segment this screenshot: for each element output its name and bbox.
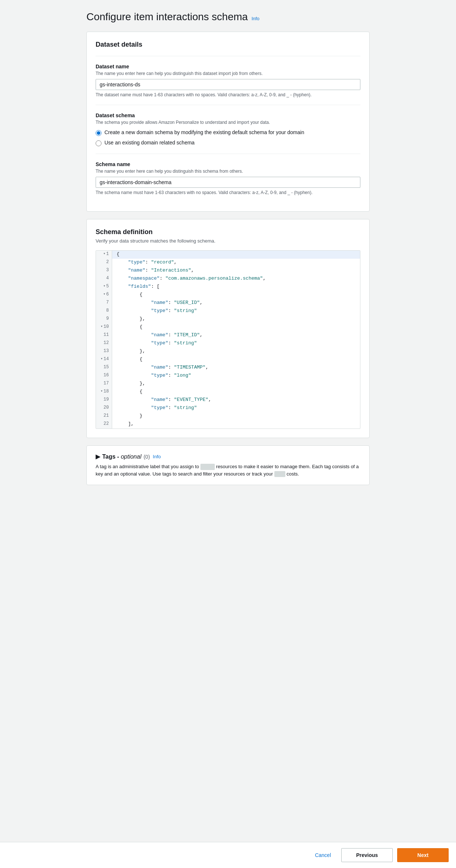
code-line: ▾1{ — [96, 251, 360, 259]
tags-toggle-button[interactable]: ▶ Tags - optional (0) — [96, 453, 150, 460]
dataset-name-label: Dataset name — [96, 64, 360, 69]
page-info-link[interactable]: Info — [252, 16, 260, 21]
tags-header: ▶ Tags - optional (0) Info — [96, 453, 360, 460]
line-number: ▾18 — [96, 388, 112, 396]
line-content: { — [112, 356, 360, 364]
code-line: 19 "name": "EVENT_TYPE", — [96, 396, 360, 404]
line-content: "type": "string" — [112, 340, 360, 348]
line-number: 3 — [96, 267, 112, 275]
line-content: }, — [112, 315, 360, 323]
line-number: 12 — [96, 340, 112, 348]
schema-name-input[interactable] — [96, 177, 360, 188]
code-line: 21 } — [96, 412, 360, 420]
line-content: { — [112, 388, 360, 396]
tags-count: (0) — [143, 454, 150, 460]
tags-toggle-arrow: ▶ — [96, 453, 100, 460]
line-number: 15 — [96, 364, 112, 372]
line-content: { — [112, 251, 360, 259]
code-line: 20 "type": "string" — [96, 404, 360, 412]
line-number: 4 — [96, 275, 112, 283]
page-title: Configure item interactions schema Info — [86, 11, 370, 23]
line-number: 17 — [96, 380, 112, 388]
tags-info-link[interactable]: Info — [153, 454, 161, 459]
line-number: 20 — [96, 404, 112, 412]
radio-create-new[interactable]: Create a new domain schema by modifying … — [96, 129, 360, 136]
code-line: 15 "name": "TIMESTAMP", — [96, 364, 360, 372]
line-number: 11 — [96, 331, 112, 340]
schema-name-hint: The schema name must have 1-63 character… — [96, 190, 360, 195]
tags-redacted-1: ████ — [200, 464, 215, 470]
code-line: 17 }, — [96, 380, 360, 388]
tags-title: Tags - optional — [102, 453, 141, 460]
tags-description: A tag is an administrative label that yo… — [96, 463, 360, 477]
code-line: ▾18 { — [96, 388, 360, 396]
code-line: 12 "type": "string" — [96, 340, 360, 348]
line-number: ▾14 — [96, 356, 112, 364]
line-number: 8 — [96, 307, 112, 315]
footer: Cancel Previous Next — [0, 842, 456, 868]
radio-use-existing-input[interactable] — [96, 140, 101, 146]
dataset-name-hint: The dataset name must have 1-63 characte… — [96, 92, 360, 97]
schema-definition-title: Schema definition — [96, 228, 360, 236]
code-line: 13 }, — [96, 348, 360, 356]
dataset-name-input[interactable] — [96, 79, 360, 90]
radio-create-new-label: Create a new domain schema by modifying … — [104, 129, 304, 135]
code-line: 22 ], — [96, 420, 360, 428]
line-number: 9 — [96, 315, 112, 323]
line-content: "name": "TIMESTAMP", — [112, 364, 360, 372]
code-line: 8 "type": "string" — [96, 307, 360, 315]
dataset-details-card: Dataset details Dataset name The name yo… — [86, 32, 370, 212]
line-number: 22 — [96, 420, 112, 428]
schema-code-editor[interactable]: ▾1{2 "type": "record",3 "name": "Interac… — [96, 250, 360, 429]
line-number: ▾5 — [96, 283, 112, 291]
code-line: ▾5 "fields": [ — [96, 283, 360, 291]
line-content: }, — [112, 380, 360, 388]
line-number: 16 — [96, 372, 112, 380]
code-line: 7 "name": "USER_ID", — [96, 299, 360, 307]
line-content: "name": "ITEM_ID", — [112, 331, 360, 340]
tags-redacted-2: ██ — [274, 471, 285, 477]
schema-definition-description: Verify your data structure matches the f… — [96, 238, 360, 244]
line-content: "type": "long" — [112, 372, 360, 380]
dataset-details-title: Dataset details — [96, 41, 360, 49]
code-line: ▾14 { — [96, 356, 360, 364]
line-number: ▾10 — [96, 323, 112, 331]
dataset-name-group: Dataset name The name you enter here can… — [96, 64, 360, 97]
code-scroll-area[interactable]: ▾1{2 "type": "record",3 "name": "Interac… — [96, 251, 360, 428]
dataset-schema-group: Dataset schema The schema you provide al… — [96, 112, 360, 146]
schema-definition-card: Schema definition Verify your data struc… — [86, 219, 370, 438]
line-content: ], — [112, 420, 360, 428]
code-line: 4 "namespace": "com.amazonaws.personaliz… — [96, 275, 360, 283]
schema-radio-group: Create a new domain schema by modifying … — [96, 129, 360, 146]
dataset-schema-label: Dataset schema — [96, 112, 360, 118]
radio-use-existing[interactable]: Use an existing domain related schema — [96, 140, 360, 146]
cancel-button[interactable]: Cancel — [309, 848, 337, 862]
code-line: 9 }, — [96, 315, 360, 323]
line-content: "type": "record", — [112, 259, 360, 267]
line-number: ▾1 — [96, 251, 112, 259]
line-content: { — [112, 291, 360, 299]
line-content: { — [112, 323, 360, 331]
dataset-schema-description: The schema you provide allows Amazon Per… — [96, 120, 360, 125]
radio-create-new-input[interactable] — [96, 130, 101, 136]
line-content: "namespace": "com.amazonaws.personalize.… — [112, 275, 360, 283]
line-number: 21 — [96, 412, 112, 420]
code-line: ▾6 { — [96, 291, 360, 299]
tags-card: ▶ Tags - optional (0) Info A tag is an a… — [86, 445, 370, 485]
schema-name-group: Schema name The name you enter here can … — [96, 161, 360, 195]
line-content: "name": "EVENT_TYPE", — [112, 396, 360, 404]
line-number: 2 — [96, 259, 112, 267]
line-content: "name": "Interactions", — [112, 267, 360, 275]
line-content: "type": "string" — [112, 307, 360, 315]
line-content: "fields": [ — [112, 283, 360, 291]
line-number: 7 — [96, 299, 112, 307]
previous-button[interactable]: Previous — [341, 848, 393, 862]
line-number: 19 — [96, 396, 112, 404]
code-line: 3 "name": "Interactions", — [96, 267, 360, 275]
schema-name-description: The name you enter here can help you dis… — [96, 169, 360, 174]
code-line: ▾10 { — [96, 323, 360, 331]
dataset-name-description: The name you enter here can help you dis… — [96, 71, 360, 76]
line-content: "name": "USER_ID", — [112, 299, 360, 307]
next-button[interactable]: Next — [397, 848, 449, 862]
line-number: 13 — [96, 348, 112, 356]
